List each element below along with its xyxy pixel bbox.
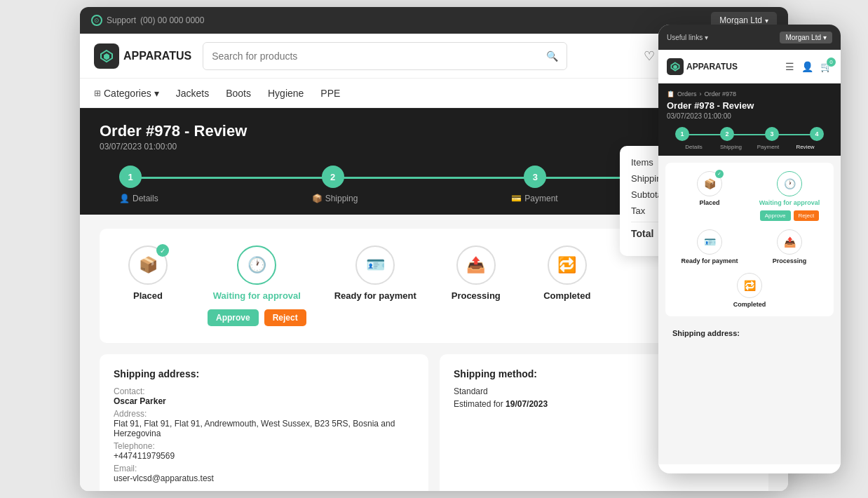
grid-icon: ⊞ <box>94 88 101 98</box>
status-ready-payment: 🪪 Ready for payment <box>334 245 416 301</box>
waiting-label: Waiting for approval <box>213 290 301 301</box>
details-icon: 👤 <box>119 194 130 203</box>
address-value: Flat 91, Flat 91, Flat 91, Andrewmouth, … <box>114 419 414 438</box>
mobile-completed-label: Completed <box>733 301 766 308</box>
address-label: Address: <box>114 409 414 419</box>
order-title: Order #978 - Review <box>100 122 247 140</box>
email-label: Email: <box>114 464 414 473</box>
payment-step-icon: 💳 <box>511 194 522 203</box>
telephone-value: +447411979569 <box>114 451 414 461</box>
contact-value: Oscar Parker <box>114 396 414 406</box>
svg-marker-1 <box>104 53 109 60</box>
mobile-order-title: Order #978 - Review <box>667 100 832 111</box>
mobile-breadcrumb-order: Order #978 <box>705 90 737 97</box>
mobile-browser-window: Useful links ▾ Morgan Ltd ▾ APPARATUS ☰ … <box>658 25 841 473</box>
mobile-progress-bar: 1 2 3 4 Details Shipping Payment Review <box>667 120 832 156</box>
step-shipping[interactable]: 2 <box>322 166 344 188</box>
mobile-step-1: 1 <box>675 127 689 141</box>
categories-menu[interactable]: ⊞ Categories ▾ <box>94 88 159 99</box>
mobile-placed-check: ✓ <box>715 170 724 178</box>
mobile-completed-icon: 🔁 <box>737 273 762 298</box>
status-processing: 📤 Processing <box>445 245 508 301</box>
ready-payment-label: Ready for payment <box>334 290 416 301</box>
mobile-placed-icon: 📦 ✓ <box>697 171 722 196</box>
logo-text: APPARATUS <box>123 50 191 62</box>
nav-boots[interactable]: Boots <box>226 88 251 99</box>
mobile-processing-icon: 📤 <box>777 229 802 255</box>
mobile-step-label-payment: Payment <box>750 144 787 150</box>
chevron-down-icon: ▾ <box>765 17 768 25</box>
step-details[interactable]: 1 <box>119 166 142 188</box>
shipping-address-card: Shipping address: Contact: Oscar Parker … <box>100 354 428 491</box>
support-icon: ⊙ <box>91 15 102 26</box>
mobile-step-label-shipping: Shipping <box>712 144 750 150</box>
step-payment[interactable]: 3 <box>524 166 546 188</box>
mobile-breadcrumb: 📋 Orders › Order #978 <box>667 90 832 97</box>
mobile-main-content: 📦 ✓ Placed 🕐 Waiting for approval Approv… <box>658 156 841 464</box>
mobile-status-completed: 🔁 Completed <box>674 273 825 308</box>
shipping-step-icon: 📦 <box>312 194 323 203</box>
support-label: Support <box>107 15 136 25</box>
support-phone: (00) 00 000 0000 <box>140 15 204 25</box>
nav-ppe[interactable]: PPE <box>320 88 340 99</box>
step-label-details: 👤 Details <box>119 194 158 203</box>
mobile-waiting-icon: 🕐 <box>777 171 802 196</box>
wishlist-icon[interactable]: ♡ <box>644 48 655 64</box>
mobile-processing-label: Processing <box>773 257 807 264</box>
mobile-step-2: 2 <box>720 127 734 141</box>
processing-icon: 📤 <box>456 245 496 285</box>
telephone-label: Telephone: <box>114 441 414 451</box>
placed-check: ✓ <box>156 244 169 257</box>
status-completed: 🔁 Completed <box>536 245 599 301</box>
mobile-status-placed: 📦 ✓ Placed <box>674 171 745 221</box>
svg-marker-3 <box>673 65 677 69</box>
mobile-useful-links[interactable]: Useful links ▾ <box>667 34 708 41</box>
approve-button[interactable]: Approve <box>208 309 259 326</box>
search-icon[interactable]: 🔍 <box>546 51 558 62</box>
completed-icon: 🔁 <box>548 245 587 285</box>
ready-payment-icon: 🪪 <box>355 245 395 285</box>
status-waiting: 🕐 Waiting for approval Approve Reject <box>208 245 306 326</box>
mobile-placed-label: Placed <box>699 199 719 206</box>
placed-icon: 📦 ✓ <box>128 245 168 285</box>
mobile-shipping-title: Shipping address: <box>665 323 834 340</box>
logo-icon <box>94 43 119 69</box>
step-label-shipping: 📦 Shipping <box>312 194 358 203</box>
mobile-top-bar: Useful links ▾ Morgan Ltd ▾ <box>658 25 841 50</box>
mobile-step-3: 3 <box>765 127 779 141</box>
order-date: 03/07/2023 01:00:00 <box>100 142 247 152</box>
nav-jackets[interactable]: Jackets <box>176 88 209 99</box>
nav-hygiene[interactable]: Hygiene <box>268 88 304 99</box>
mobile-step-label-details: Details <box>675 144 712 150</box>
mobile-order-header: 📋 Orders › Order #978 Order #978 - Revie… <box>658 83 841 156</box>
search-bar[interactable]: 🔍 <box>203 42 567 70</box>
mobile-status-processing: 📤 Processing <box>754 229 825 264</box>
categories-label: Categories <box>104 88 151 99</box>
mobile-reject-button[interactable]: Reject <box>794 210 820 221</box>
mobile-step-label-review: Review <box>787 144 824 150</box>
mobile-ready-label: Ready for payment <box>681 257 738 264</box>
email-value: user-vlcsd@apparatus.test <box>114 473 414 483</box>
mobile-approve-button[interactable]: Approve <box>760 210 791 221</box>
total-label: Total <box>631 228 653 239</box>
mobile-account-icon[interactable]: 👤 <box>801 61 813 72</box>
site-logo: APPARATUS <box>94 43 191 69</box>
mobile-chevron-icon: ▾ <box>705 34 708 41</box>
mobile-status-waiting: 🕐 Waiting for approval Approve Reject <box>754 171 825 221</box>
mobile-cart-badge: 0 <box>827 58 836 67</box>
reject-button[interactable]: Reject <box>264 309 306 326</box>
status-placed: 📦 ✓ Placed <box>116 245 179 301</box>
placed-label: Placed <box>133 290 163 301</box>
mobile-waiting-label: Waiting for approval <box>759 199 820 206</box>
mobile-status-card: 📦 ✓ Placed 🕐 Waiting for approval Approv… <box>665 163 834 316</box>
mobile-ready-icon: 🪪 <box>697 229 722 255</box>
mobile-header: APPARATUS ☰ 👤 🛒 0 <box>658 50 841 83</box>
items-label: Items <box>631 157 653 168</box>
contact-label: Contact: <box>114 386 414 396</box>
mobile-menu-icon[interactable]: ☰ <box>785 61 794 72</box>
step-circle-1: 1 <box>119 166 142 188</box>
mobile-cart-icon[interactable]: 🛒 0 <box>820 61 832 72</box>
mobile-status-ready: 🪪 Ready for payment <box>674 229 745 264</box>
search-input[interactable] <box>212 51 546 62</box>
mobile-company-selector[interactable]: Morgan Ltd ▾ <box>780 32 832 43</box>
